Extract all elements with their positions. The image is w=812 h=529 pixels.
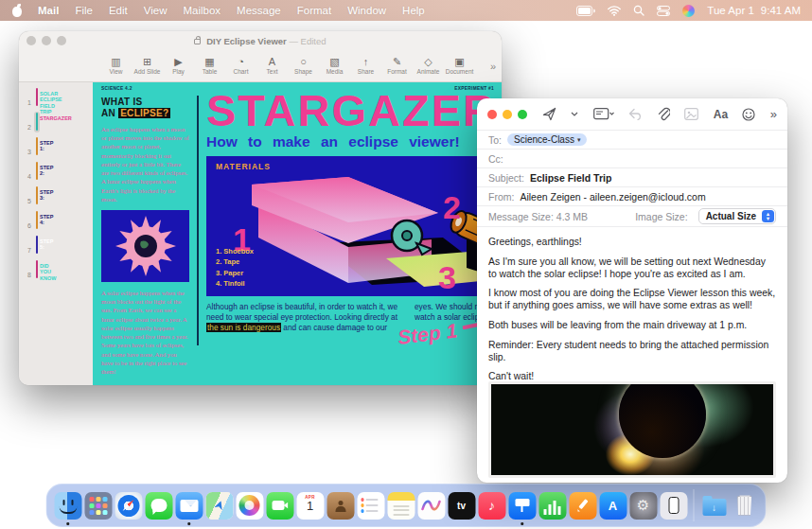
keynote-toolbar-button[interactable]: ▥ View — [100, 57, 132, 75]
menu-item[interactable]: Window — [347, 5, 386, 16]
menu-item[interactable]: View — [144, 5, 168, 16]
slide-sidebar-heading: WHAT IS AN ECLIPSE? — [101, 97, 189, 118]
dock-iphone-mirroring[interactable] — [660, 492, 688, 520]
dock-contacts[interactable] — [327, 492, 355, 520]
keynote-toolbar-button[interactable]: ○ Shape — [288, 57, 319, 75]
apple-menu-icon[interactable] — [11, 5, 23, 17]
slide-thumbnail[interactable]: STEP 2: — [36, 162, 38, 180]
format-button[interactable]: Aa — [714, 108, 728, 121]
keynote-toolbar-button[interactable]: ▶ Play — [163, 57, 194, 75]
slide-thumbnail[interactable]: STEP 3: — [36, 186, 38, 204]
keynote-toolbar-button[interactable]: ⊞ Add Slide — [132, 57, 163, 75]
slide-canvas[interactable]: SCIENCE 4.2 EXPERIMENT #1 WHAT IS AN ECL… — [93, 82, 502, 385]
keynote-toolbar: ▥ View ⊞ Add Slide ▶ Play ▦ Table — [19, 50, 502, 82]
slide-thumbnail[interactable]: STEP 1: — [36, 137, 38, 155]
emoji-button[interactable] — [742, 108, 755, 121]
materials-panel[interactable]: MATERIALS — [206, 156, 502, 296]
dock-app-store[interactable]: A — [599, 492, 627, 520]
dock-reminders[interactable] — [357, 492, 385, 520]
menu-item[interactable]: Help — [402, 5, 425, 16]
keynote-toolbar-button[interactable]: ✎ Format — [381, 57, 413, 75]
subject-field[interactable]: Subject: Eclipse Field Trip — [477, 168, 787, 186]
message-body[interactable]: Greetings, earthlings!As I'm sure you al… — [477, 226, 787, 379]
toolbar-icon: ▣ — [454, 57, 464, 67]
slide-thumbnail-row[interactable]: 7 STEP 5: — [19, 235, 93, 256]
toolbar-overflow-button[interactable]: » — [770, 107, 777, 121]
dock-launchpad[interactable] — [84, 492, 113, 520]
menu-item[interactable]: Mailbox — [183, 5, 221, 16]
dock-maps[interactable] — [205, 492, 234, 520]
dock-apple-tv[interactable]: tv — [448, 492, 476, 520]
dock-safari[interactable] — [115, 492, 143, 520]
menu-app-name[interactable]: Mail — [38, 5, 59, 16]
mail-traffic-lights[interactable] — [487, 110, 527, 119]
dock-photos[interactable] — [236, 492, 264, 520]
dock-calendar[interactable]: APR 1 — [296, 492, 325, 520]
keynote-toolbar-button[interactable]: ◔ Chart — [225, 57, 256, 75]
send-button[interactable] — [542, 107, 556, 121]
keynote-toolbar-button[interactable]: ◇ Animate — [413, 57, 444, 75]
slide-thumbnail[interactable]: SOLAR ECLIPSE FIELD TRIP — [36, 88, 38, 106]
slide-thumbnail-row[interactable]: 1 SOLAR ECLIPSE FIELD TRIP — [19, 87, 93, 108]
slide-thumbnail-row[interactable]: 2 STARGAZER — [19, 112, 93, 132]
dock-music[interactable]: ♪ — [478, 492, 506, 520]
menu-item[interactable]: Edit — [109, 5, 128, 16]
toolbar-icon: ▥ — [111, 57, 120, 67]
to-field[interactable]: To: Science-Class▾ — [477, 130, 787, 149]
slide-thumbnail[interactable]: DID YOU KNOW — [36, 260, 38, 278]
dock-downloads[interactable]: ↓ — [700, 492, 729, 520]
slide-thumbnail-row[interactable]: 8 DID YOU KNOW — [19, 259, 93, 280]
slide-thumbnail[interactable]: STEP 4: — [36, 211, 38, 229]
dock-pages[interactable] — [569, 492, 597, 520]
toolbar-overflow-button[interactable]: » — [490, 61, 496, 72]
materials-title: MATERIALS — [216, 162, 271, 171]
dock-mail[interactable] — [175, 492, 203, 520]
slide-thumbnail-row[interactable]: 4 STEP 2: — [19, 161, 93, 182]
slide-thumbnail-row[interactable]: 3 STEP 1: — [19, 136, 93, 157]
cc-field[interactable]: Cc: — [477, 149, 787, 168]
dock-numbers[interactable] — [538, 492, 567, 520]
insert-photo-button[interactable] — [684, 108, 698, 120]
dock-finder[interactable] — [54, 492, 82, 520]
dock-system-settings[interactable]: ⚙ — [629, 492, 658, 520]
keynote-toolbar-button[interactable]: ▧ Media — [319, 57, 350, 75]
dock-freeform[interactable] — [417, 492, 446, 520]
search-icon[interactable] — [633, 5, 644, 16]
slide-thumbnail[interactable]: STEP 5: — [36, 236, 38, 254]
slide-thumbnail-row[interactable]: 6 STEP 4: — [19, 210, 93, 231]
mail-compose-window[interactable]: Aa » To: Science-Class▾ Cc: Subject: Ecl… — [477, 98, 787, 483]
reply-button[interactable] — [628, 108, 643, 120]
menu-clock[interactable]: Tue Apr 1 9:41 AM — [707, 5, 801, 16]
dock-notes[interactable] — [387, 492, 415, 520]
slide-title[interactable]: STARGAZER — [206, 88, 502, 132]
header-fields-button[interactable] — [593, 108, 614, 120]
control-center-icon[interactable] — [657, 6, 670, 16]
dock-keynote[interactable] — [508, 492, 537, 520]
recipient-token[interactable]: Science-Class▾ — [507, 133, 587, 146]
keynote-toolbar-button[interactable]: ▣ Document — [444, 57, 475, 75]
slide-thumbnail-row[interactable]: 5 STEP 3: — [19, 185, 93, 206]
menu-item[interactable]: File — [75, 5, 93, 16]
materials-list-item: 3. Paper — [216, 268, 254, 279]
dock-trash[interactable] — [731, 492, 759, 520]
keynote-toolbar-button[interactable]: ↑ Share — [350, 57, 381, 75]
toolbar-icon: ▦ — [204, 57, 214, 67]
menu-item[interactable]: Format — [297, 5, 331, 16]
siri-icon[interactable] — [682, 5, 695, 17]
attach-button[interactable] — [657, 107, 670, 121]
keynote-titlebar[interactable]: DIY Eclipse Viewer — Edited — [19, 31, 502, 50]
eclipse-photo-attachment[interactable] — [491, 384, 773, 475]
from-field[interactable]: From: Aileen Zeigen - aileen.zeigen@iclo… — [477, 186, 787, 205]
send-options-chevron[interactable] — [571, 112, 578, 116]
keynote-toolbar-button[interactable]: ▦ Table — [194, 57, 225, 75]
keynote-toolbar-button[interactable]: A Text — [256, 57, 288, 75]
slide-subtitle[interactable]: How to make an eclipse viewer! — [206, 133, 502, 150]
image-size-select[interactable]: Actual Size ▲▼ — [698, 208, 776, 224]
menu-item[interactable]: Message — [237, 5, 281, 16]
keynote-window[interactable]: DIY Eclipse Viewer — Edited ▥ View ⊞ Add… — [19, 31, 502, 385]
slide-thumbnail[interactable]: STARGAZER — [36, 113, 38, 131]
dock-messages[interactable] — [145, 492, 173, 520]
dock-facetime[interactable] — [266, 492, 294, 520]
stepper-icon: ▲▼ — [762, 210, 774, 222]
attachment-frame[interactable] — [488, 381, 776, 478]
